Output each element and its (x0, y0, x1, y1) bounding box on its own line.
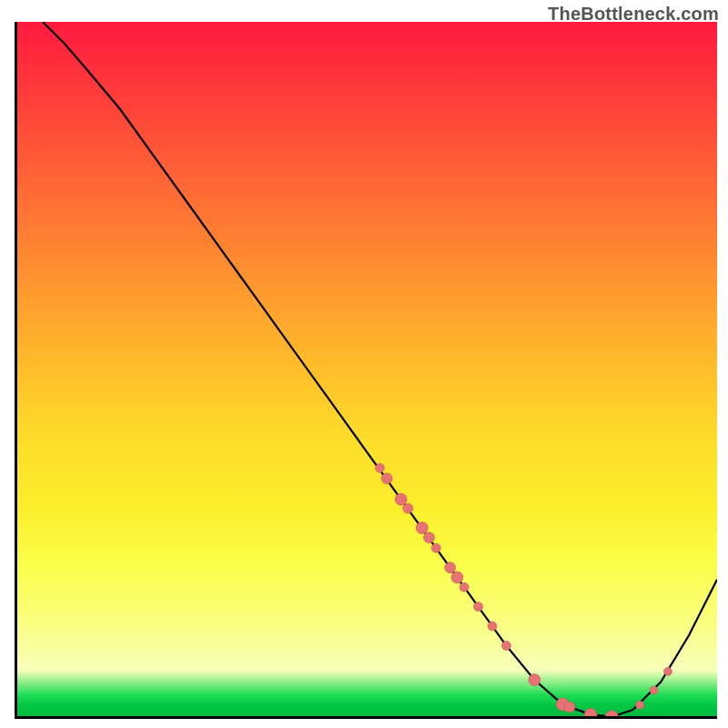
plot-area (15, 22, 717, 719)
curve-marker (605, 711, 618, 719)
curve-marker (416, 522, 428, 534)
curve-marker (636, 701, 644, 709)
curve-marker (423, 532, 434, 543)
curve-marker (501, 642, 511, 651)
curve-marker (460, 582, 469, 592)
curve-marker (445, 562, 456, 573)
curve-marker (663, 667, 672, 675)
curve-marker (584, 708, 597, 719)
chart-container: TheBottleneck.com (0, 0, 728, 728)
curve-markers (375, 463, 672, 719)
bottleneck-curve (43, 22, 717, 717)
curve-marker (395, 493, 407, 505)
curve-marker (650, 686, 658, 694)
curve-marker (431, 543, 440, 552)
curve-marker (403, 503, 413, 513)
curve-marker (381, 473, 392, 484)
curve-marker (474, 602, 483, 612)
curve-marker (451, 571, 463, 583)
chart-svg (15, 22, 717, 719)
curve-marker (488, 622, 497, 631)
curve-marker (529, 674, 541, 686)
curve-marker (564, 702, 575, 713)
curve-marker (375, 463, 384, 472)
curve-path (43, 22, 717, 717)
